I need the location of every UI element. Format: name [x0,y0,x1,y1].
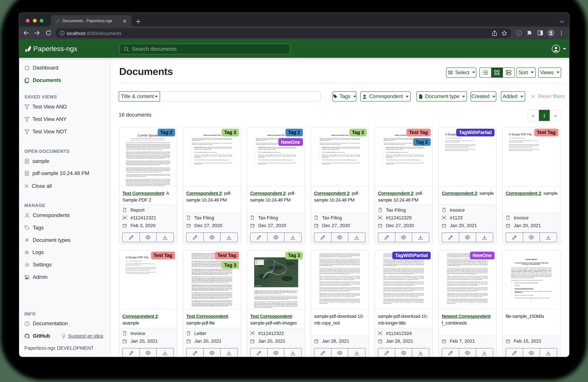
svg-text:Legend: Legend [255,260,258,261]
svg-text:1: 1 [518,31,520,35]
svg-text:Boundary Waters Trip: Boundary Waters Trip [255,258,265,259]
svg-text:△ Day 2: △ Day 2 [255,262,258,263]
svg-text:?: ? [26,322,28,325]
svg-text:Google Earth: Google Earth [255,285,262,286]
svg-text:△ Day 3: △ Day 3 [255,263,258,264]
svg-text:△ Day 1: △ Day 1 [255,261,258,262]
